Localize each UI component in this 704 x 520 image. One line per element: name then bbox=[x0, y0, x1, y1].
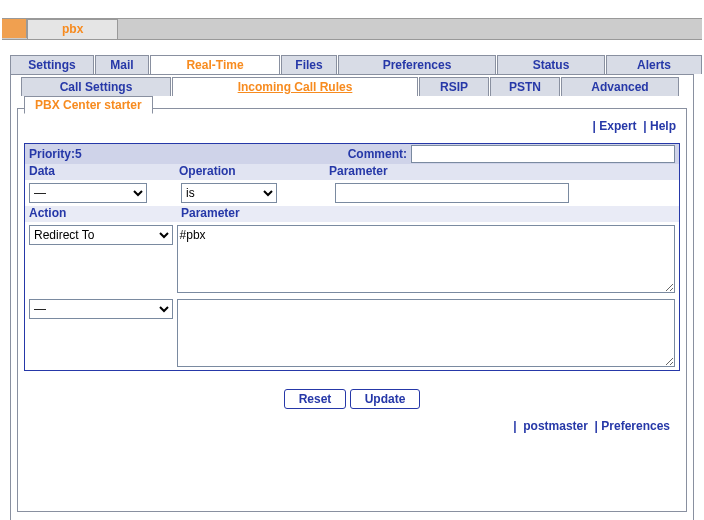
help-link[interactable]: Help bbox=[650, 119, 676, 133]
sub-nav: Call Settings Incoming Call Rules RSIP P… bbox=[11, 76, 693, 96]
accent-bar bbox=[2, 19, 27, 38]
main-nav: Settings Mail Real-Time Files Preference… bbox=[2, 54, 702, 74]
panel-title-tab: PBX Center starter bbox=[24, 96, 153, 114]
postmaster-link[interactable]: postmaster bbox=[523, 419, 588, 433]
update-button[interactable]: Update bbox=[350, 389, 421, 409]
panel: PBX Center starter | Expert | Help Prior… bbox=[17, 108, 687, 512]
reset-button[interactable]: Reset bbox=[284, 389, 347, 409]
action-select[interactable]: Redirect To bbox=[29, 225, 173, 245]
col-header-action: Action bbox=[25, 206, 181, 222]
expert-link[interactable]: Expert bbox=[599, 119, 636, 133]
col-header-operation: Operation bbox=[179, 164, 329, 180]
button-row: Reset Update bbox=[24, 371, 680, 413]
rule-form: Priority:5 Comment: Data Operation Param… bbox=[24, 143, 680, 371]
action2-parameter-textarea[interactable] bbox=[177, 299, 675, 367]
priority-label: Priority:5 bbox=[25, 147, 82, 161]
tab-mail[interactable]: Mail bbox=[95, 55, 149, 74]
tab-settings[interactable]: Settings bbox=[10, 55, 94, 74]
tab-pstn[interactable]: PSTN bbox=[490, 77, 560, 96]
tab-incoming-call-rules[interactable]: Incoming Call Rules bbox=[172, 77, 418, 96]
tab-preferences[interactable]: Preferences bbox=[338, 55, 496, 74]
action2-select[interactable]: — bbox=[29, 299, 173, 319]
data-select[interactable]: — bbox=[29, 183, 147, 203]
comment-input[interactable] bbox=[411, 145, 675, 163]
tab-alerts[interactable]: Alerts bbox=[606, 55, 702, 74]
context-tab-pbx[interactable]: pbx bbox=[27, 19, 118, 39]
context-tab-row: pbx bbox=[2, 19, 702, 40]
tab-files[interactable]: Files bbox=[281, 55, 337, 74]
panel-toolbar: | Expert | Help bbox=[24, 115, 680, 143]
panel-footer: | postmaster | Preferences bbox=[24, 413, 680, 433]
tab-advanced[interactable]: Advanced bbox=[561, 77, 679, 96]
operation-select[interactable]: is bbox=[181, 183, 277, 203]
tab-call-settings[interactable]: Call Settings bbox=[21, 77, 171, 96]
col-header-parameter2: Parameter bbox=[181, 206, 679, 222]
col-header-data: Data bbox=[25, 164, 179, 180]
subnav-container: Call Settings Incoming Call Rules RSIP P… bbox=[10, 74, 694, 520]
col-header-parameter: Parameter bbox=[329, 164, 679, 180]
preferences-link[interactable]: Preferences bbox=[601, 419, 670, 433]
tab-rsip[interactable]: RSIP bbox=[419, 77, 489, 96]
tab-status[interactable]: Status bbox=[497, 55, 605, 74]
comment-label: Comment: bbox=[348, 147, 407, 161]
parameter-input[interactable] bbox=[335, 183, 569, 203]
top-strip bbox=[2, 0, 702, 19]
action-parameter-textarea[interactable] bbox=[177, 225, 675, 293]
tab-real-time[interactable]: Real-Time bbox=[150, 55, 280, 74]
